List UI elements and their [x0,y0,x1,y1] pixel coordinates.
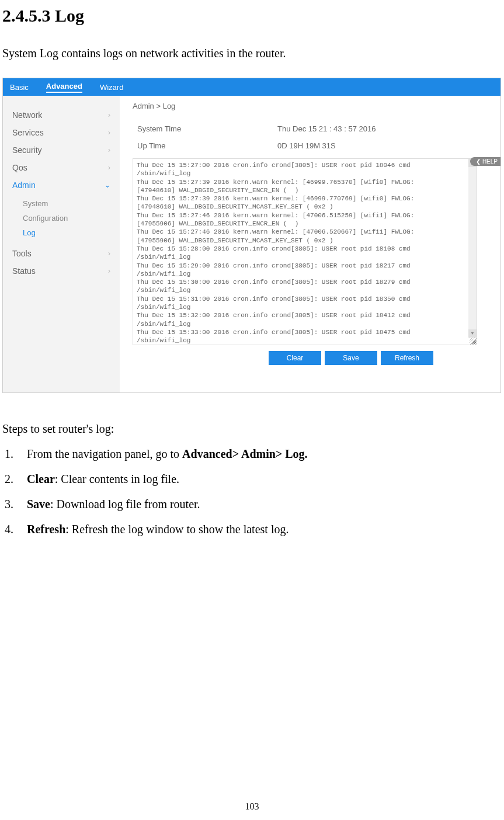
step-num: 4. [5,523,27,536]
steps-intro: Steps to set router's log: [2,422,502,436]
section-heading: 2.4.5.3 Log [2,6,502,26]
system-time-row: System Time Thu Dec 15 21 : 43 : 57 2016 [131,124,489,133]
sidebar-item-qos[interactable]: Qos › [3,159,120,176]
step-bold: Refresh [27,523,65,536]
refresh-button[interactable]: Refresh [381,351,433,365]
step-suffix: : Refresh the log window to show the lat… [65,523,289,536]
clear-button[interactable]: Clear [269,351,321,365]
chevron-right-icon: › [108,146,110,154]
save-button[interactable]: Save [325,351,377,365]
sidebar-item-label: Tools [12,249,32,258]
step-2: 2. Clear: Clear contents in log file. [5,472,502,486]
sidebar-item-label: Status [12,266,36,276]
up-time-value: 0D 19H 19M 31S [277,141,336,150]
sidebar-item-admin[interactable]: Admin ⌄ [3,176,120,194]
system-time-value: Thu Dec 15 21 : 43 : 57 2016 [277,124,376,133]
sidebar-item-tools[interactable]: Tools › [3,245,120,262]
steps-list: 1. From the navigation panel, go to Adva… [2,447,502,536]
step-suffix: : Clear contents in log file. [55,472,179,485]
admin-subitems: System Configuration Log [3,194,120,245]
chevron-right-icon: › [108,111,110,119]
step-4: 4. Refresh: Refresh the log window to sh… [5,523,502,536]
intro-text: System Log contains logs on network acti… [2,47,502,60]
chevron-down-icon: ⌄ [105,181,110,189]
step-1: 1. From the navigation panel, go to Adva… [5,447,502,461]
router-ui-screenshot: Basic Advanced Wizard Network › Services… [2,78,501,393]
sidebar-subitem-log[interactable]: Log [23,225,120,240]
sidebar: Network › Services › Security › Qos › Ad… [3,96,120,392]
sidebar-subitem-system[interactable]: System [23,196,120,211]
help-tag[interactable]: ❮ HELP [470,157,500,166]
sidebar-item-network[interactable]: Network › [3,106,120,124]
top-tab-bar: Basic Advanced Wizard [3,78,500,96]
step-num: 1. [5,447,27,461]
sidebar-item-label: Security [12,145,42,155]
chevron-right-icon: › [108,267,110,275]
step-bold: Advanced> Admin> Log. [182,447,308,460]
resize-grip-icon[interactable] [470,338,477,345]
step-num: 3. [5,498,27,511]
step-text: From the navigation panel, go to [27,447,182,460]
main-content: Admin > Log System Time Thu Dec 15 21 : … [120,96,500,392]
step-3: 3. Save: Download log file from router. [5,498,502,511]
log-textarea[interactable]: Thu Dec 15 15:27:00 2016 cron.info crond… [133,158,477,345]
help-label: HELP [482,158,498,165]
sidebar-item-status[interactable]: Status › [3,262,120,280]
sidebar-item-security[interactable]: Security › [3,141,120,159]
sidebar-item-label: Qos [12,163,27,172]
help-icon: ❮ [476,158,481,165]
step-num: 2. [5,472,27,486]
button-row: Clear Save Refresh [131,351,489,365]
chevron-right-icon: › [108,249,110,258]
tab-advanced[interactable]: Advanced [46,82,82,93]
sidebar-item-label: Network [12,110,42,120]
scrollbar-track[interactable] [468,159,477,338]
sidebar-subitem-configuration[interactable]: Configuration [23,211,120,225]
page-number: 103 [2,801,502,812]
sidebar-item-label: Admin [12,180,36,190]
tab-basic[interactable]: Basic [10,83,29,92]
system-time-label: System Time [137,124,277,133]
chevron-right-icon: › [108,128,110,137]
breadcrumb: Admin > Log [131,102,489,110]
chevron-right-icon: › [108,164,110,172]
up-time-label: Up Time [137,141,277,150]
step-suffix: : Download log file from router. [50,498,200,510]
sidebar-item-label: Services [12,128,44,137]
step-bold: Clear [27,472,55,485]
step-bold: Save [27,498,50,510]
tab-wizard[interactable]: Wizard [100,83,123,92]
scroll-down-icon[interactable]: ▼ [468,329,477,338]
sidebar-item-services[interactable]: Services › [3,124,120,141]
up-time-row: Up Time 0D 19H 19M 31S [131,141,489,150]
